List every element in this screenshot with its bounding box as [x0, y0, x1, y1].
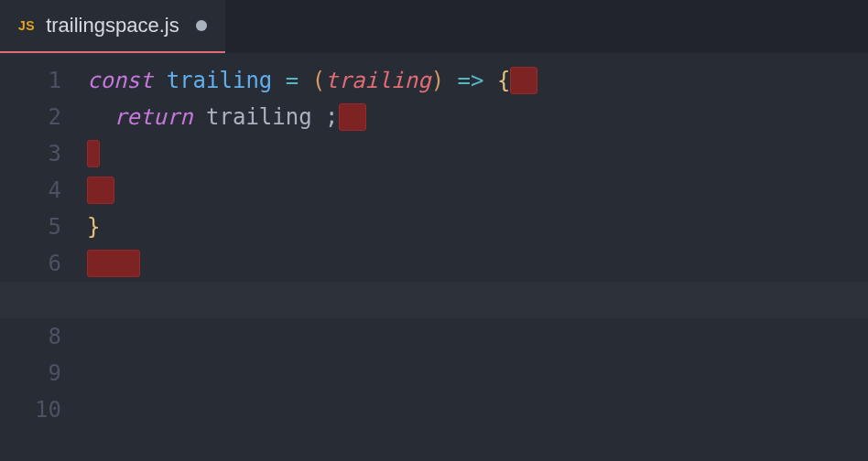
identifier: trailing	[167, 62, 273, 99]
code-line[interactable]: }	[87, 209, 868, 245]
gutter: 1 2 3 4 5 6 7 8 9 10	[0, 62, 87, 461]
keyword-return: return	[114, 99, 206, 135]
trailing-whitespace-marker	[87, 140, 100, 167]
trailing-whitespace-marker	[339, 103, 366, 131]
tab-trailingspace[interactable]: JS trailingspace.js	[0, 0, 225, 53]
code-line[interactable]: const trailing = (trailing) => {	[87, 62, 868, 99]
line-number[interactable]: 2	[0, 99, 61, 135]
line-number[interactable]: 8	[0, 318, 61, 355]
code-line[interactable]	[87, 355, 868, 391]
js-lang-icon: JS	[18, 18, 35, 33]
trailing-whitespace-marker	[87, 250, 140, 277]
trailing-whitespace-marker	[510, 67, 537, 94]
code-line[interactable]	[0, 282, 868, 318]
operator-equals: =	[272, 62, 311, 99]
arrow-operator: =>	[444, 62, 497, 99]
editor: 1 2 3 4 5 6 7 8 9 10 const trailing = (t…	[0, 53, 868, 461]
line-number[interactable]: 1	[0, 62, 61, 99]
keyword-const: const	[87, 62, 167, 99]
line-number[interactable]: 4	[0, 172, 61, 209]
semicolon: ;	[325, 99, 338, 135]
parameter: trailing	[325, 62, 431, 99]
dirty-dot-icon	[196, 20, 207, 31]
line-number[interactable]: 3	[0, 135, 61, 172]
tab-filename: trailingspace.js	[46, 14, 179, 38]
code-line[interactable]	[87, 245, 868, 282]
code-line[interactable]	[87, 318, 868, 355]
line-number[interactable]: 5	[0, 209, 61, 245]
line-number[interactable]: 9	[0, 355, 61, 391]
indent	[87, 99, 114, 135]
paren-open: (	[312, 62, 325, 99]
tab-bar: JS trailingspace.js	[0, 0, 868, 53]
code-line[interactable]	[87, 172, 868, 209]
line-number[interactable]: 6	[0, 245, 61, 282]
line-number[interactable]: 10	[0, 391, 61, 428]
paren-close: )	[431, 62, 444, 99]
code-line[interactable]: return trailing ;	[87, 99, 868, 135]
code-line[interactable]	[87, 135, 868, 172]
identifier: trailing	[206, 99, 325, 135]
brace-close: }	[87, 209, 100, 245]
code-line[interactable]	[87, 391, 868, 428]
code-area[interactable]: const trailing = (trailing) => { return …	[87, 62, 868, 461]
trailing-whitespace-marker	[87, 177, 114, 204]
brace-open: {	[497, 62, 510, 99]
